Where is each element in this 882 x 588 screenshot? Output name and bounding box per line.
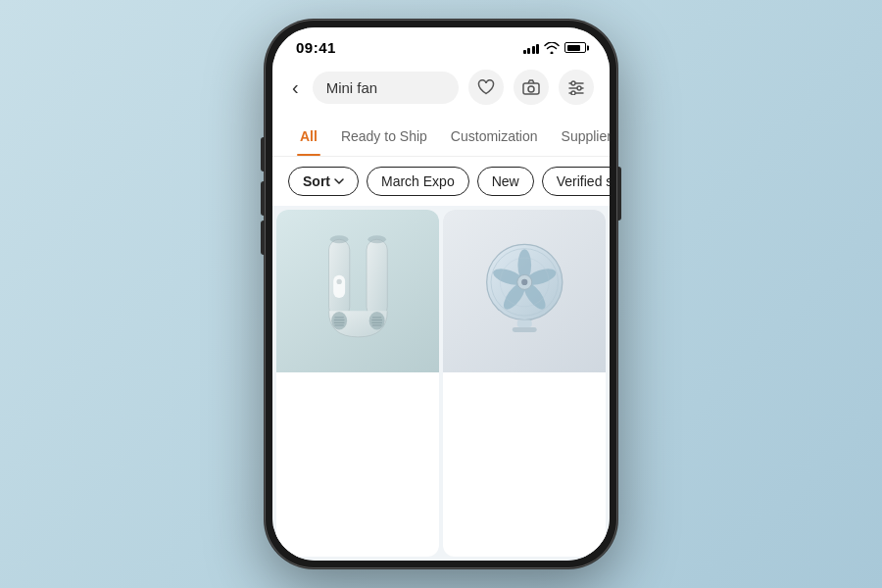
signal-icon [523,42,540,54]
search-query: Mini fan [326,79,445,96]
svg-point-22 [329,235,348,243]
product-image-neck-fan [276,210,439,372]
status-bar: 09:41 [272,27,610,62]
search-area: ‹ Mini fan [272,62,610,117]
svg-point-23 [368,235,386,243]
filters-area: Sort March Expo New Verified suppliers [272,157,610,206]
march-expo-filter-chip[interactable]: March Expo [367,167,469,196]
new-filter-chip[interactable]: New [477,167,534,196]
phone-wrapper: 09:41 ‹ [265,20,617,568]
tab-customization[interactable]: Customization [439,117,550,156]
svg-rect-20 [333,274,345,297]
wifi-icon [544,42,560,54]
wishlist-button[interactable] [468,70,504,105]
product-image-desk-fan [443,210,606,372]
search-actions [468,70,594,105]
svg-rect-34 [517,319,532,326]
svg-point-21 [336,278,341,283]
tabs-area: All Ready to Ship Customization Supplier… [272,117,610,157]
svg-point-1 [528,86,534,92]
svg-rect-9 [367,239,387,318]
svg-point-10 [331,312,347,330]
phone-screen: 09:41 ‹ [272,27,610,561]
product-card-neck-fan[interactable] [276,210,439,557]
camera-search-button[interactable] [514,70,549,105]
heart-icon [477,79,495,95]
filter-settings-button[interactable] [559,70,594,105]
desk-fan-illustration [464,230,586,353]
tab-suppliers[interactable]: Suppliers [550,117,610,156]
sort-filter-chip[interactable]: Sort [288,167,359,196]
camera-icon [522,79,540,95]
status-icons [523,42,587,54]
svg-rect-35 [513,327,537,332]
svg-point-15 [368,312,384,330]
chevron-down-icon [334,178,344,185]
product-card-desk-fan[interactable] [443,210,606,557]
back-button[interactable]: ‹ [288,73,303,103]
search-bar[interactable]: Mini fan [313,72,459,104]
verified-suppliers-filter-chip[interactable]: Verified suppliers [542,167,610,196]
battery-icon [564,42,586,53]
neck-fan-illustration [293,226,423,357]
tab-ready-to-ship[interactable]: Ready to Ship [329,117,439,156]
svg-point-6 [577,86,581,90]
svg-point-31 [521,279,527,285]
svg-point-5 [571,81,575,85]
svg-point-7 [571,91,575,95]
sliders-icon [567,79,585,95]
products-grid [272,206,610,561]
status-time: 09:41 [296,39,336,56]
tab-all[interactable]: All [288,117,329,156]
